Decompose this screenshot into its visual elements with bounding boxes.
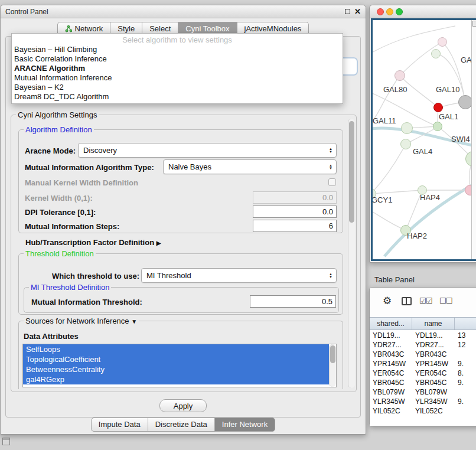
network-scrollbar[interactable]	[471, 20, 476, 259]
cell-name[interactable]: YBR045C	[412, 378, 455, 387]
dropdown-item-selected[interactable]: ARACNE Algorithm	[12, 64, 343, 73]
table-row[interactable]: YPR145W YPR145W 9.	[370, 359, 476, 369]
cell-name[interactable]: YPR145W	[412, 359, 455, 369]
table-row[interactable]: YIL052C YIL052C	[370, 406, 476, 416]
hub-definition-toggle[interactable]: Hub/Transcription Factor Definition ▶	[25, 238, 161, 247]
tab-discretize-data[interactable]: Discretize Data	[148, 418, 215, 432]
table-row[interactable]: YBL079W YBL079W	[370, 387, 476, 397]
table-row[interactable]: YDL19... YDL19... 13	[370, 331, 476, 340]
network-window-titlebar[interactable]	[370, 5, 476, 18]
close-traffic-light[interactable]	[377, 8, 384, 15]
dropdown-item[interactable]: Bayesian – Hill Climbing	[12, 45, 343, 54]
scrollbar-arrow-box[interactable]	[472, 21, 476, 27]
cell-shared[interactable]: YLR345W	[370, 397, 412, 406]
columns-icon[interactable]	[402, 297, 412, 305]
cell-extra[interactable]: 8.	[455, 369, 476, 378]
list-item[interactable]: gal4RGexp	[23, 374, 329, 384]
column-header-name[interactable]: name	[412, 318, 455, 330]
cell-shared[interactable]: YDL19...	[370, 331, 412, 340]
tab-impute-data[interactable]: Impute Data	[91, 418, 148, 432]
close-icon[interactable]: ✕	[354, 7, 361, 17]
list-item[interactable]: SelfLoops	[23, 344, 329, 354]
group-title: Threshold Definition	[24, 249, 96, 258]
cell-name[interactable]: YLR345W	[412, 397, 455, 406]
cell-shared[interactable]: YDR27...	[370, 340, 412, 350]
settings-scrollbar-thumb[interactable]	[349, 121, 354, 223]
float-window-icon[interactable]	[345, 9, 350, 14]
deselect-all-icon[interactable]: ☐☐	[439, 296, 452, 305]
minimize-traffic-light[interactable]	[386, 8, 393, 15]
network-canvas[interactable]: GAL7 GAL80 GAL10 GAL11 GAL1 SWI4 GAL4 GC…	[371, 18, 476, 261]
cell-shared[interactable]: YBR045C	[370, 378, 412, 387]
dpi-tolerance-input[interactable]: 0.0	[253, 206, 337, 218]
tab-label: Style	[118, 24, 135, 33]
data-attributes-list[interactable]: SelfLoops TopologicalCoefficient Between…	[22, 344, 337, 387]
cell-extra[interactable]: 9.	[455, 378, 476, 387]
table-row[interactable]: YLR345W YLR345W 9.	[370, 397, 476, 406]
column-header-extra[interactable]	[455, 318, 476, 330]
mi-algorithm-type-select[interactable]: Naive Bayes ▲▼	[163, 159, 337, 174]
cell-name[interactable]: YIL052C	[412, 406, 455, 416]
chevron-down-icon[interactable]: ▼	[131, 318, 137, 325]
cell-extra[interactable]	[455, 387, 476, 397]
table-row[interactable]: YER054C YER054C 8.	[370, 369, 476, 378]
cell-name[interactable]: YER054C	[412, 369, 455, 378]
gear-icon[interactable]: ⚙	[383, 296, 392, 306]
mi-threshold-definition-group: MI Threshold Definition Mutual Informati…	[24, 287, 339, 313]
select-all-icon[interactable]: ☑☑	[419, 296, 432, 305]
cell-shared[interactable]: YBR043C	[370, 350, 412, 359]
group-title: Cyni Algorithm Settings	[16, 110, 99, 119]
table-row[interactable]: YDR27... YDR27... 12	[370, 340, 476, 350]
cell-name[interactable]: YBR043C	[412, 350, 455, 359]
table-row[interactable]: YBR043C YBR043C	[370, 350, 476, 359]
network-node-gray[interactable]	[458, 95, 472, 109]
network-node[interactable]	[395, 70, 405, 81]
dropdown-item[interactable]: Dream8 DC_TDC Algorithm	[12, 92, 343, 102]
tab-label: Infer Network	[222, 420, 268, 429]
cell-shared[interactable]: YIL052C	[370, 406, 412, 416]
table-row[interactable]: YBR045C YBR045C 9.	[370, 378, 476, 387]
settings-scrollbar[interactable]	[348, 119, 355, 388]
tab-infer-network[interactable]: Infer Network	[214, 418, 275, 432]
cell-shared[interactable]: YER054C	[370, 369, 412, 378]
mi-steps-input[interactable]: 6	[253, 220, 337, 232]
network-node[interactable]	[433, 122, 442, 131]
minimized-panel-icon[interactable]	[2, 438, 10, 445]
sources-toggle[interactable]: Sources for Network Inference ▼	[24, 317, 139, 325]
network-node[interactable]	[431, 49, 441, 58]
chevron-right-icon[interactable]: ▶	[157, 240, 161, 246]
network-node[interactable]	[438, 37, 447, 47]
network-node-red[interactable]	[433, 103, 443, 112]
cell-extra[interactable]: 9.	[455, 397, 476, 406]
cell-extra[interactable]: 12	[455, 340, 476, 350]
cell-extra[interactable]: 13	[455, 331, 476, 340]
zoom-traffic-light[interactable]	[396, 8, 403, 15]
network-node[interactable]	[400, 139, 411, 149]
column-header-shared[interactable]: shared...	[370, 318, 412, 330]
cell-shared[interactable]: YBL079W	[370, 387, 412, 397]
list-item[interactable]: BetweennessCentrality	[23, 364, 329, 374]
mi-threshold-input[interactable]: 0.5	[250, 295, 336, 308]
dropdown-placeholder[interactable]: Select algorithm to view settings	[12, 35, 343, 45]
cell-name[interactable]: YDR27...	[412, 340, 455, 350]
cell-shared[interactable]: YPR145W	[370, 359, 412, 369]
cell-extra[interactable]: 9.	[455, 359, 476, 369]
dropdown-item[interactable]: Basic Correlation Inference	[12, 54, 343, 64]
aracne-mode-select[interactable]: Discovery ▲▼	[78, 143, 337, 158]
apply-button[interactable]: Apply	[159, 399, 207, 412]
which-threshold-select[interactable]: MI Threshold ▲▼	[141, 268, 337, 283]
dropdown-item[interactable]: Bayesian – K2	[12, 83, 343, 92]
cell-extra[interactable]	[455, 406, 476, 416]
dropdown-item[interactable]: Mutual Information Inference	[12, 73, 343, 83]
cell-extra[interactable]	[455, 350, 476, 359]
network-node[interactable]	[401, 122, 413, 134]
control-panel-window: Control Panel ✕ Network Style Select	[0, 5, 366, 435]
control-panel-titlebar[interactable]: Control Panel ✕	[1, 5, 366, 18]
cell-name[interactable]: YDL19...	[412, 331, 455, 340]
kernel-width-input[interactable]: 0.0	[253, 191, 337, 204]
manual-kernel-checkbox[interactable]	[328, 178, 336, 186]
list-item[interactable]: TopologicalCoefficient	[23, 354, 329, 364]
list-scrollbar[interactable]	[329, 344, 336, 387]
cell-name[interactable]: YBL079W	[412, 387, 455, 397]
list-scrollbar-thumb[interactable]	[330, 345, 335, 363]
